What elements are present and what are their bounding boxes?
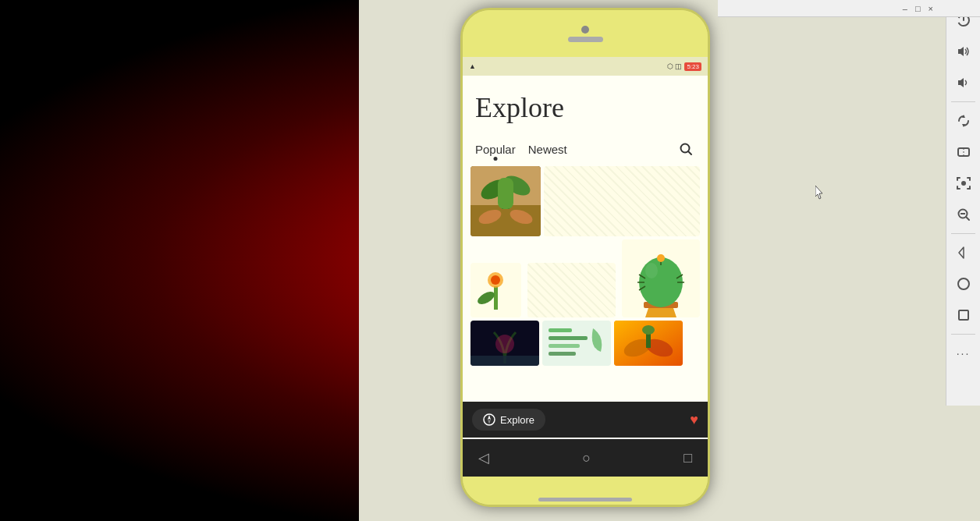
tab-newest[interactable]: Newest <box>528 143 567 156</box>
svg-marker-52 <box>958 78 964 87</box>
app-content: Explore Popular Newest <box>463 76 708 402</box>
nav-recents-button[interactable] <box>950 301 978 329</box>
home-icon <box>957 277 971 291</box>
svg-point-45 <box>642 325 655 335</box>
mouse-cursor <box>815 186 825 200</box>
screenshot-button[interactable] <box>950 169 978 197</box>
grid-item-dark-plant[interactable] <box>470 321 539 366</box>
explore-tab[interactable]: Explore <box>472 409 545 431</box>
nav-back-button[interactable] <box>950 239 978 267</box>
explore-tab-label: Explore <box>500 414 534 426</box>
app-tab-bar: Explore ♥ <box>463 402 708 438</box>
toolbar-separator-3 <box>951 334 975 335</box>
grid-item-round-cactus[interactable] <box>622 239 700 317</box>
home-indicator <box>538 498 632 502</box>
search-button[interactable] <box>676 140 695 158</box>
svg-point-31 <box>657 254 665 262</box>
nav-home-button[interactable] <box>950 270 978 298</box>
round-cactus-image <box>622 239 700 317</box>
emulator-main: ▲ ⬡ ◫ 5:23 Explore Popular <box>359 0 980 521</box>
filter-row: Popular Newest <box>463 132 708 166</box>
recents-button[interactable]: □ <box>684 450 692 466</box>
image-row-2 <box>463 239 708 317</box>
emulator-window: – □ × ▲ ⬡ ◫ <box>359 0 980 521</box>
status-bar: ▲ ⬡ ◫ 5:23 <box>463 57 708 76</box>
orientation-icon <box>957 145 971 159</box>
volume-down-icon <box>957 76 971 90</box>
hands-plant-image <box>470 166 541 236</box>
image-row-1 <box>463 166 708 236</box>
svg-marker-61 <box>959 247 964 258</box>
side-toolbar: ··· <box>946 0 980 406</box>
compass-icon <box>483 413 495 426</box>
svg-rect-34 <box>470 356 539 366</box>
zoom-button[interactable] <box>950 200 978 229</box>
grid-placeholder-1 <box>544 166 700 236</box>
svg-rect-37 <box>549 336 588 340</box>
favorites-button[interactable]: ♥ <box>690 412 698 428</box>
recents-icon <box>957 308 971 322</box>
status-time: 5:23 <box>684 62 701 71</box>
phone-bottom-bezel <box>463 477 708 507</box>
more-icon: ··· <box>957 347 971 360</box>
page-title: Explore <box>463 76 708 132</box>
phone-screen: ▲ ⬡ ◫ 5:23 Explore Popular <box>463 57 708 439</box>
close-button[interactable]: × <box>929 4 933 13</box>
svg-marker-47 <box>488 415 491 420</box>
phone-frame: ▲ ⬡ ◫ 5:23 Explore Popular <box>460 8 710 507</box>
svg-point-57 <box>961 181 966 186</box>
grid-item-hands-plant[interactable] <box>470 166 541 236</box>
svg-line-7 <box>688 151 691 154</box>
svg-rect-38 <box>549 344 580 348</box>
svg-rect-63 <box>959 310 968 320</box>
svg-rect-39 <box>549 352 576 356</box>
front-camera <box>581 26 589 34</box>
more-button[interactable]: ··· <box>950 339 978 367</box>
small-flower-image <box>470 263 521 317</box>
svg-point-30 <box>645 263 658 278</box>
speaker-grille <box>568 37 603 42</box>
back-icon <box>957 246 971 260</box>
status-right-group: ⬡ ◫ 5:23 <box>667 62 701 71</box>
toolbar-separator-1 <box>951 101 975 102</box>
svg-line-59 <box>966 217 969 220</box>
svg-marker-48 <box>488 420 491 424</box>
status-icons: ⬡ ◫ <box>667 62 683 70</box>
android-nav-bar: ◁ ○ □ <box>463 439 708 477</box>
grid-item-green-text[interactable] <box>542 321 611 366</box>
volume-up-icon <box>957 44 971 58</box>
home-button[interactable]: ○ <box>582 450 591 466</box>
toolbar-separator-2 <box>951 233 975 234</box>
zoom-icon <box>957 207 971 222</box>
grid-item-small-flower[interactable] <box>470 263 521 317</box>
svg-marker-51 <box>958 47 964 56</box>
svg-rect-13 <box>498 178 513 209</box>
tab-popular[interactable]: Popular <box>475 143 516 156</box>
dark-plant-image <box>470 321 539 366</box>
minimize-button[interactable]: – <box>903 4 907 13</box>
maximize-button[interactable]: □ <box>915 4 921 13</box>
back-button[interactable]: ◁ <box>478 449 489 466</box>
grid-placeholder-2 <box>527 263 616 317</box>
volume-down-button[interactable] <box>950 69 978 97</box>
orange-hands-image <box>614 321 683 366</box>
svg-point-62 <box>958 278 969 289</box>
rotate-icon <box>957 114 971 128</box>
filter-tabs: Popular Newest <box>475 143 567 156</box>
svg-rect-17 <box>494 286 498 310</box>
phone-top-bezel <box>463 10 708 57</box>
green-text-image <box>542 321 611 366</box>
orientation-button[interactable] <box>950 138 978 166</box>
volume-up-button[interactable] <box>950 37 978 66</box>
search-icon <box>679 142 693 156</box>
rotate-button[interactable] <box>950 107 978 135</box>
image-row-3 <box>463 321 708 366</box>
status-notification-icon: ▲ <box>469 62 476 70</box>
screenshot-icon <box>957 176 971 190</box>
svg-point-19 <box>491 275 500 285</box>
svg-rect-36 <box>549 328 572 332</box>
grid-item-orange-hands[interactable] <box>614 321 683 366</box>
window-title-bar: – □ × <box>718 0 980 17</box>
svg-point-33 <box>495 335 514 353</box>
